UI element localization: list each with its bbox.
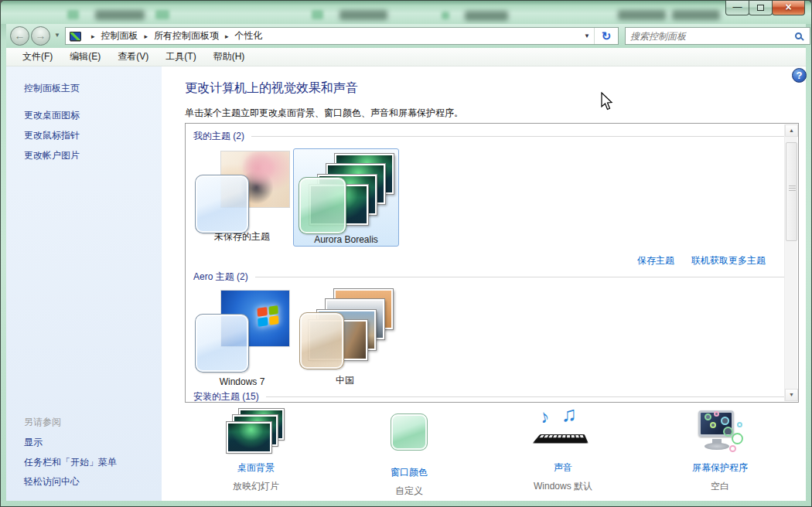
- my-themes-label: 我的主题 (2): [193, 130, 244, 143]
- personalization-icon: [70, 32, 81, 41]
- minimize-icon: —: [733, 2, 742, 12]
- breadcrumb-personalization[interactable]: 个性化: [234, 28, 264, 44]
- music-note-icon: ♫: [561, 403, 577, 427]
- scroll-down-icon[interactable]: ▼: [785, 389, 798, 401]
- installed-themes-section-header: 安装的主题 (15): [193, 390, 786, 403]
- desktop-glass-blob: [312, 10, 323, 19]
- theme-unsaved[interactable]: 未保存的主题: [190, 145, 294, 244]
- recent-pages-dropdown[interactable]: ▼: [54, 32, 60, 39]
- refresh-icon[interactable]: ↻: [595, 29, 618, 43]
- desktop-glass-blob: [618, 10, 666, 20]
- menu-view[interactable]: 查看(V): [109, 47, 157, 66]
- sidebar-item-mouse-pointers[interactable]: 更改鼠标指针: [24, 129, 80, 142]
- scroll-up-icon[interactable]: ▲: [785, 124, 798, 137]
- titlebar[interactable]: — ×: [1, 1, 811, 24]
- sidebar-item-display[interactable]: 显示: [24, 436, 43, 449]
- music-note-icon: ♪: [537, 405, 551, 428]
- desktop-background-icon[interactable]: [194, 409, 318, 458]
- window-color-item: 窗口颜色 自定义: [347, 409, 471, 498]
- desktop-background-value: 放映幻灯片: [194, 480, 318, 493]
- navigation-bar: ← → ▼ ▸ 控制面板 ▸ 所有控制面板项 ▸ 个性化 ▼ ↻: [6, 24, 806, 48]
- sidebar-item-desktop-icons[interactable]: 更改桌面图标: [24, 109, 80, 122]
- get-more-themes-link[interactable]: 联机获取更多主题: [691, 254, 766, 267]
- breadcrumb-separator-icon[interactable]: ▸: [139, 32, 154, 40]
- screensaver-value: 空白: [658, 480, 782, 493]
- address-dropdown-icon[interactable]: ▼: [580, 32, 594, 39]
- theme-color-swatch: [195, 314, 249, 373]
- screensaver-link[interactable]: 屏幕保护程序: [658, 461, 782, 475]
- breadcrumb-separator-icon[interactable]: ▸: [86, 32, 101, 40]
- breadcrumb-all-items[interactable]: 所有控制面板项: [153, 28, 220, 44]
- menu-file[interactable]: 文件(F): [14, 47, 61, 66]
- themes-scrollbar[interactable]: ▲ ▼: [784, 124, 797, 401]
- breadcrumb-control-panel[interactable]: 控制面板: [101, 28, 139, 44]
- screensaver-icon[interactable]: [658, 409, 782, 458]
- installed-themes-label: 安装的主题 (15): [193, 390, 259, 403]
- theme-china[interactable]: 中国: [293, 284, 397, 388]
- section-divider: [266, 396, 786, 397]
- desktop-glass-blob: [155, 10, 169, 19]
- window-color-value: 自定义: [347, 485, 471, 498]
- sounds-link[interactable]: 声音: [501, 461, 625, 475]
- sidebar-item-taskbar-start-menu[interactable]: 任务栏和「开始」菜单: [24, 456, 117, 469]
- close-icon: ×: [785, 1, 791, 13]
- window-color-link[interactable]: 窗口颜色: [347, 466, 471, 479]
- sidebar: 控制面板主页 更改桌面图标 更改鼠标指针 更改帐户图片 另请参阅 显示 任务栏和…: [6, 66, 162, 501]
- theme-color-swatch: [299, 312, 344, 369]
- desktop-glass-blob: [67, 10, 79, 19]
- page-title: 更改计算机上的视觉效果和声音: [185, 80, 358, 97]
- desktop-glass-blob: [95, 10, 145, 20]
- windows-logo-icon: [257, 305, 278, 327]
- sounds-item: ♪ ♫ 声音 Windows 默认: [501, 409, 625, 493]
- window-controls: — ×: [726, 1, 805, 15]
- address-bar[interactable]: ▸ 控制面板 ▸ 所有控制面板项 ▸ 个性化 ▼ ↻: [65, 27, 619, 45]
- back-icon: ←: [15, 29, 26, 42]
- desktop-glass-blob: [465, 11, 508, 21]
- theme-name: Windows 7: [190, 376, 294, 387]
- scrollbar-thumb[interactable]: [786, 142, 797, 241]
- desktop-background-link[interactable]: 桌面背景: [194, 461, 318, 475]
- sounds-value: Windows 默认: [501, 480, 625, 493]
- menu-edit[interactable]: 编辑(E): [61, 47, 109, 66]
- theme-color-swatch: [195, 175, 249, 233]
- maximize-button[interactable]: [749, 1, 773, 15]
- desktop-glass-blob: [339, 10, 387, 20]
- menu-bar: 文件(F) 编辑(E) 查看(V) 工具(T) 帮助(H): [6, 48, 806, 66]
- content-area: 控制面板主页 更改桌面图标 更改鼠标指针 更改帐户图片 另请参阅 显示 任务栏和…: [6, 66, 806, 501]
- help-icon[interactable]: ?: [792, 68, 807, 83]
- page-subtitle: 单击某个主题立即更改桌面背景、窗口颜色、声音和屏幕保护程序。: [185, 107, 463, 120]
- desktop-glass-blob: [672, 10, 720, 20]
- themes-panel: 我的主题 (2) 未保存的主题 Aurora Borealis 保: [185, 123, 799, 403]
- maximize-icon: [757, 5, 764, 11]
- sidebar-see-also-header: 另请参阅: [24, 416, 61, 429]
- forward-icon: →: [36, 29, 46, 42]
- aero-themes-label: Aero 主题 (2): [193, 271, 248, 284]
- save-theme-link[interactable]: 保存主题: [637, 254, 674, 267]
- scrollbar-grip: [789, 185, 796, 191]
- theme-windows-7[interactable]: Windows 7: [190, 284, 294, 388]
- menu-tools[interactable]: 工具(T): [157, 47, 204, 66]
- screensaver-item: 屏幕保护程序 空白: [658, 409, 782, 493]
- minimize-button[interactable]: —: [725, 1, 749, 15]
- search-icon[interactable]: [795, 32, 802, 39]
- window-color-icon[interactable]: [347, 413, 471, 463]
- close-button[interactable]: ×: [772, 1, 805, 15]
- section-divider: [255, 277, 786, 277]
- breadcrumb-separator-icon[interactable]: ▸: [220, 32, 234, 40]
- menu-help[interactable]: 帮助(H): [205, 47, 254, 66]
- theme-name: 中国: [293, 374, 397, 387]
- desktop-background-item: 桌面背景 放映幻灯片: [194, 409, 318, 493]
- theme-color-swatch: [299, 177, 346, 234]
- sidebar-item-ease-of-access[interactable]: 轻松访问中心: [24, 475, 80, 488]
- theme-aurora-borealis[interactable]: Aurora Borealis: [293, 148, 399, 247]
- section-divider: [251, 136, 786, 137]
- forward-button[interactable]: →: [31, 26, 50, 46]
- sound-icon[interactable]: ♪ ♫: [501, 409, 625, 458]
- my-themes-section-header: 我的主题 (2): [193, 130, 786, 143]
- back-button[interactable]: ←: [10, 26, 29, 46]
- sidebar-item-home[interactable]: 控制面板主页: [24, 82, 80, 95]
- sidebar-item-account-picture[interactable]: 更改帐户图片: [24, 149, 80, 162]
- mouse-cursor: [600, 92, 614, 112]
- keyboard-icon: [533, 434, 589, 443]
- search-input[interactable]: [626, 31, 795, 42]
